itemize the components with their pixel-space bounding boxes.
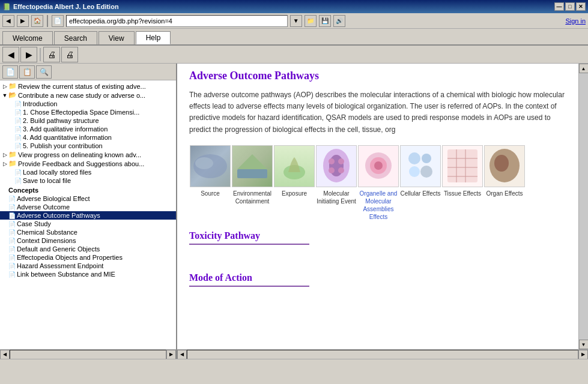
tree-item-1[interactable]: 📄 1. Chose Effectopedia Space Dimensi... xyxy=(0,108,176,116)
tree-item-dgo[interactable]: 📄 Default and Generic Objects xyxy=(0,245,176,253)
scroll-left[interactable]: ◀ xyxy=(177,350,187,359)
doc-icon: 📄 xyxy=(14,101,22,107)
svg-rect-18 xyxy=(447,149,477,182)
folder-icon: 📁 xyxy=(8,82,17,90)
expand-icon: ▷ xyxy=(1,152,8,158)
lp-btn2[interactable]: 📋 xyxy=(19,65,35,79)
scroll-track[interactable] xyxy=(187,350,578,359)
scroll-down[interactable]: ▼ xyxy=(579,340,589,349)
back-button[interactable]: ◀ xyxy=(2,15,14,27)
tree-item-eop[interactable]: 📄 Effectopedia Objects and Properties xyxy=(0,253,176,262)
mie-label: Molecular Initiating Event xyxy=(315,190,357,205)
svg-rect-2 xyxy=(237,169,267,178)
right-panel: Adverse Outcome Pathways The adverse out… xyxy=(177,64,588,359)
scroll-right[interactable]: ▶ xyxy=(166,350,176,359)
tree-item-feedback[interactable]: ▷ 📁 Provide Feedback and Suggestions abo… xyxy=(0,159,176,168)
tab-search[interactable]: Search xyxy=(54,31,97,44)
svg-point-7 xyxy=(329,158,335,164)
sign-in-link[interactable]: Sign in xyxy=(565,17,586,25)
left-panel-toolbar: 📄 📋 🔍 xyxy=(0,64,176,80)
home-button[interactable]: 🏠 xyxy=(31,15,43,27)
tree-item-ao[interactable]: 📄 Adverse Outcome xyxy=(0,203,176,211)
sound-button[interactable]: 🔊 xyxy=(333,15,345,27)
pathway-mie: Molecular Initiating Event xyxy=(315,145,357,205)
tree-label: View progress on delineating known adv..… xyxy=(18,151,141,158)
tab-help[interactable]: Help xyxy=(136,31,171,44)
lp-hscroll[interactable]: ◀ ▶ xyxy=(0,349,176,359)
tree-item-4[interactable]: 📄 4. Add quantitative information xyxy=(0,133,176,142)
close-button[interactable]: ✕ xyxy=(576,2,586,11)
save-button[interactable]: 💾 xyxy=(319,15,331,27)
scroll-left[interactable]: ◀ xyxy=(0,350,10,359)
expand-icon: ▼ xyxy=(1,92,8,98)
tab-welcome[interactable]: Welcome xyxy=(2,31,53,44)
bottom-scrollbar[interactable]: ◀ ▶ xyxy=(177,349,588,359)
tree-section-concepts: Concepts xyxy=(0,186,176,194)
organ-label: Organ Effects xyxy=(486,190,523,197)
tree-item-cs[interactable]: 📄 Case Study xyxy=(0,220,176,228)
svg-point-14 xyxy=(408,152,420,164)
tree-item-abe[interactable]: 📄 Adverse Biological Effect xyxy=(0,194,176,203)
v-scrollbar[interactable]: ▲ ▼ xyxy=(578,64,588,349)
title-bar: 📗 Effectopedia Albert J. Leo Edition — □… xyxy=(0,0,588,13)
tree-label: Default and Generic Objects xyxy=(17,245,100,253)
doc-icon: 📄 xyxy=(14,134,22,141)
content-text: The adverse outcome pathways (AOP) descr… xyxy=(189,89,566,136)
scroll-track[interactable] xyxy=(579,73,589,340)
nav-forward-button[interactable]: ▶ xyxy=(20,47,37,62)
doc-icon: 📄 xyxy=(14,178,22,184)
address-input[interactable] xyxy=(66,15,288,27)
org-img xyxy=(358,145,399,187)
nav-back-button[interactable]: ◀ xyxy=(2,47,19,62)
main-area: 📄 📋 🔍 ▷ 📁 Review the current status of e… xyxy=(0,64,588,359)
svg-point-1 xyxy=(195,157,213,169)
expand-icon: ▷ xyxy=(1,161,8,167)
tree-label: Load locally stored files xyxy=(23,169,91,176)
tree-label: Link between Substance and MIE xyxy=(17,271,115,278)
content-scroll[interactable]: Adverse Outcome Pathways The adverse out… xyxy=(177,64,578,349)
page-icon: 📄 xyxy=(52,15,64,27)
exposure-label: Exposure xyxy=(282,190,307,197)
tree-item-ctx[interactable]: 📄 Context Dimensions xyxy=(0,236,176,245)
scroll-up[interactable]: ▲ xyxy=(579,64,589,73)
svg-point-9 xyxy=(329,167,335,173)
minimize-button[interactable]: — xyxy=(554,2,564,11)
tree-item-lsm[interactable]: 📄 Link between Substance and MIE xyxy=(0,270,176,278)
pathway-tissue: Tissue Effects xyxy=(441,145,483,197)
maximize-button[interactable]: □ xyxy=(565,2,575,11)
doc-icon: 📄 xyxy=(14,126,22,133)
dropdown-arrow[interactable]: ▼ xyxy=(290,15,302,27)
tree-label: 3. Add qualitative information xyxy=(23,125,108,133)
tree-label: Context Dimensions xyxy=(17,237,76,244)
separator xyxy=(47,15,48,27)
tab-view[interactable]: View xyxy=(99,31,135,44)
print-button[interactable]: 🖨 xyxy=(43,47,60,62)
tree-item-contribute[interactable]: ▼ 📂 Contribute a new case study or adver… xyxy=(0,91,176,100)
tree-item-review[interactable]: ▷ 📁 Review the current status of existin… xyxy=(0,82,176,91)
forward-button[interactable]: ▶ xyxy=(17,15,29,27)
env-img xyxy=(232,145,273,187)
doc-icon: 📄 xyxy=(8,221,16,227)
tree-item-hae[interactable]: 📄 Hazard Assessment Endpoint xyxy=(0,262,176,270)
source-img xyxy=(190,145,231,187)
tree-label: Chemical Substance xyxy=(17,229,77,236)
tree-item-save[interactable]: 📄 Save to local file xyxy=(0,176,176,185)
tree-item-progress[interactable]: ▷ 📁 View progress on delineating known a… xyxy=(0,150,176,159)
folder-icon: 📁 xyxy=(8,151,17,158)
tree-item-chem[interactable]: 📄 Chemical Substance xyxy=(0,228,176,236)
folder-button[interactable]: 📁 xyxy=(305,15,317,27)
tree-item-3[interactable]: 📄 3. Add qualitative information xyxy=(0,125,176,133)
scroll-track[interactable] xyxy=(10,350,166,359)
tree-item-aop[interactable]: 📄 Adverse Outcome Pathways xyxy=(0,211,176,220)
tree-item-2[interactable]: 📄 2. Build pathway structure xyxy=(0,116,176,125)
print2-button[interactable]: 🖨 xyxy=(61,47,78,62)
lp-search-button[interactable]: 🔍 xyxy=(36,65,52,79)
toolbar2: ◀ ▶ 🖨 🖨 xyxy=(0,46,588,64)
tree-item-5[interactable]: 📄 5. Publish your contribution xyxy=(0,142,176,150)
lp-btn1[interactable]: 📄 xyxy=(2,65,18,79)
scroll-right[interactable]: ▶ xyxy=(578,350,588,359)
pathway-source: Source xyxy=(189,145,231,197)
tree-item-load[interactable]: 📄 Load locally stored files xyxy=(0,168,176,176)
tree-item-intro[interactable]: 📄 Introduction xyxy=(0,100,176,108)
svg-point-17 xyxy=(420,166,432,178)
